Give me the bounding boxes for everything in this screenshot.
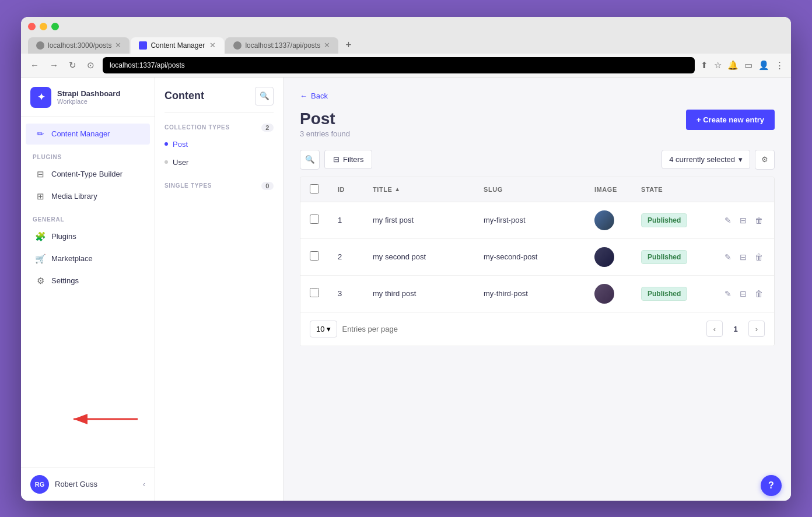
row-2-slug: my-second-post <box>474 238 585 275</box>
sidebar-item-content-manager[interactable]: ✏ Content Manager <box>26 124 150 145</box>
row-3-checkbox[interactable] <box>310 288 319 297</box>
row-3-action-buttons: ✎ ⊟ 🗑 <box>723 287 765 300</box>
th-image: IMAGE <box>585 177 632 202</box>
pagination-nav: ‹ 1 › <box>706 321 765 337</box>
notification-icon[interactable]: 🔔 <box>727 60 738 71</box>
table-toolbar: 🔍 ⊟ Filters 4 currently selected ▾ <box>300 150 775 170</box>
page-header: Post 3 entries found + Create new entry <box>300 110 775 138</box>
back-link[interactable]: ← Back <box>300 92 775 100</box>
sidebar-toggle-icon[interactable]: ▭ <box>744 60 752 71</box>
content-search-button[interactable]: 🔍 <box>255 87 274 105</box>
browser-tab-3[interactable]: localhost:1337/api/posts ✕ <box>225 37 338 54</box>
menu-icon[interactable]: ⋮ <box>775 60 784 71</box>
minimize-button[interactable] <box>40 23 47 30</box>
home-nav-button[interactable]: ⊙ <box>85 59 97 72</box>
th-id: ID <box>328 177 363 202</box>
tab-close-2[interactable]: ✕ <box>209 41 216 49</box>
row-3-state: Published <box>632 275 713 312</box>
main-content: ← Back Post 3 entries found + Create new… <box>284 78 791 501</box>
new-tab-button[interactable]: + <box>340 36 358 54</box>
back-nav-button[interactable]: ← <box>28 59 41 71</box>
tab-label-3: localhost:1337/api/posts <box>245 41 320 50</box>
sidebar-item-content-type-builder[interactable]: ⊟ Content-Type Builder <box>26 164 150 185</box>
collapse-icon[interactable]: ‹ <box>143 480 145 488</box>
tab-close-1[interactable]: ✕ <box>115 41 121 49</box>
panel-item-post[interactable]: Post <box>155 135 283 153</box>
edit-button-3[interactable]: ✎ <box>723 287 733 300</box>
panel-item-user[interactable]: User <box>155 153 283 171</box>
create-new-entry-button[interactable]: + Create new entry <box>686 110 775 130</box>
help-button[interactable]: ? <box>761 475 782 496</box>
bookmark-icon[interactable]: ☆ <box>714 60 722 71</box>
row-1-state: Published <box>632 202 713 238</box>
close-button[interactable] <box>28 23 36 30</box>
tab-label-1: localhost:3000/posts <box>48 41 111 50</box>
delete-button-3[interactable]: 🗑 <box>753 287 765 300</box>
th-checkbox <box>300 177 328 202</box>
filters-button[interactable]: ⊟ Filters <box>324 150 372 169</box>
row-checkbox-3[interactable] <box>300 275 328 312</box>
row-1-slug: my-first-post <box>474 202 585 238</box>
row-2-id: 2 <box>328 238 363 275</box>
browser-tab-1[interactable]: localhost:3000/posts ✕ <box>28 37 130 54</box>
tab-close-3[interactable]: ✕ <box>324 41 330 49</box>
th-actions <box>713 177 774 202</box>
app-layout: ✦ Strapi Dashboard Workplace ✏ Content M… <box>21 78 791 501</box>
share-icon[interactable]: ⬆ <box>701 60 708 71</box>
row-checkbox-2[interactable] <box>300 238 328 275</box>
row-2-action-buttons: ✎ ⊟ 🗑 <box>723 251 765 263</box>
sidebar-item-plugins[interactable]: 🧩 Plugins <box>26 226 150 247</box>
duplicate-button-3[interactable]: ⊟ <box>738 287 748 300</box>
row-3-image-circle <box>594 284 614 304</box>
create-btn-label: + Create new entry <box>696 115 764 124</box>
address-input[interactable] <box>103 57 695 73</box>
profile-icon[interactable]: 👤 <box>758 60 769 71</box>
page-title: Post <box>300 110 350 128</box>
gear-icon: ⚙ <box>761 155 768 164</box>
per-page-dropdown[interactable]: 10 ▾ <box>310 321 337 337</box>
sidebar-item-marketplace[interactable]: 🛒 Marketplace <box>26 248 150 269</box>
browser-tab-2[interactable]: Content Manager ✕ <box>131 37 224 54</box>
row-checkbox-1[interactable] <box>300 202 328 238</box>
user-dot <box>164 160 168 164</box>
maximize-button[interactable] <box>51 23 59 30</box>
collection-types-section: Collection Types 2 <box>155 120 283 135</box>
forward-nav-button[interactable]: → <box>47 59 61 71</box>
row-1-actions: ✎ ⊟ 🗑 <box>713 202 774 238</box>
duplicate-button-1[interactable]: ⊟ <box>738 214 748 227</box>
sidebar-ctb-label: Content-Type Builder <box>51 170 123 178</box>
table-settings-button[interactable]: ⚙ <box>755 150 775 170</box>
edit-button-1[interactable]: ✎ <box>723 214 733 227</box>
row-1-checkbox[interactable] <box>310 214 319 224</box>
th-title[interactable]: TITLE ▲ <box>363 177 474 202</box>
filters-label: Filters <box>343 155 363 164</box>
selected-dropdown[interactable]: 4 currently selected ▾ <box>662 150 750 169</box>
per-page-value: 10 <box>316 325 324 333</box>
status-badge: Published <box>641 287 687 301</box>
reload-nav-button[interactable]: ↻ <box>66 59 79 72</box>
traffic-lights <box>28 23 784 30</box>
sidebar-item-media-library[interactable]: ⊞ Media Library <box>26 186 150 207</box>
duplicate-button-2[interactable]: ⊟ <box>738 251 748 263</box>
search-icon: 🔍 <box>260 92 270 100</box>
filters-icon: ⊟ <box>333 155 340 164</box>
pagination-bar: 10 ▾ Entries per page ‹ 1 › <box>300 312 774 346</box>
tabs-bar: localhost:3000/posts ✕ Content Manager ✕… <box>28 36 784 54</box>
row-3-actions: ✎ ⊟ 🗑 <box>713 275 774 312</box>
single-types-count: 0 <box>261 182 274 190</box>
prev-page-button[interactable]: ‹ <box>706 321 723 337</box>
next-page-button[interactable]: › <box>748 321 765 337</box>
panel-post-label: Post <box>173 140 188 149</box>
delete-button-2[interactable]: 🗑 <box>753 251 765 263</box>
per-page-select: 10 ▾ Entries per page <box>310 321 398 337</box>
tab-favicon-1 <box>36 41 44 50</box>
browser-toolbar-icons: ⬆ ☆ 🔔 ▭ 👤 ⋮ <box>701 60 784 71</box>
sidebar-settings-label: Settings <box>51 276 79 285</box>
select-all-checkbox[interactable] <box>310 184 319 194</box>
row-2-checkbox[interactable] <box>310 251 319 261</box>
edit-button-2[interactable]: ✎ <box>723 251 733 263</box>
main-inner: ← Back Post 3 entries found + Create new… <box>284 78 791 501</box>
sidebar-item-settings[interactable]: ⚙ Settings <box>26 270 150 291</box>
table-search-button[interactable]: 🔍 <box>300 150 320 170</box>
delete-button-1[interactable]: 🗑 <box>753 214 765 227</box>
